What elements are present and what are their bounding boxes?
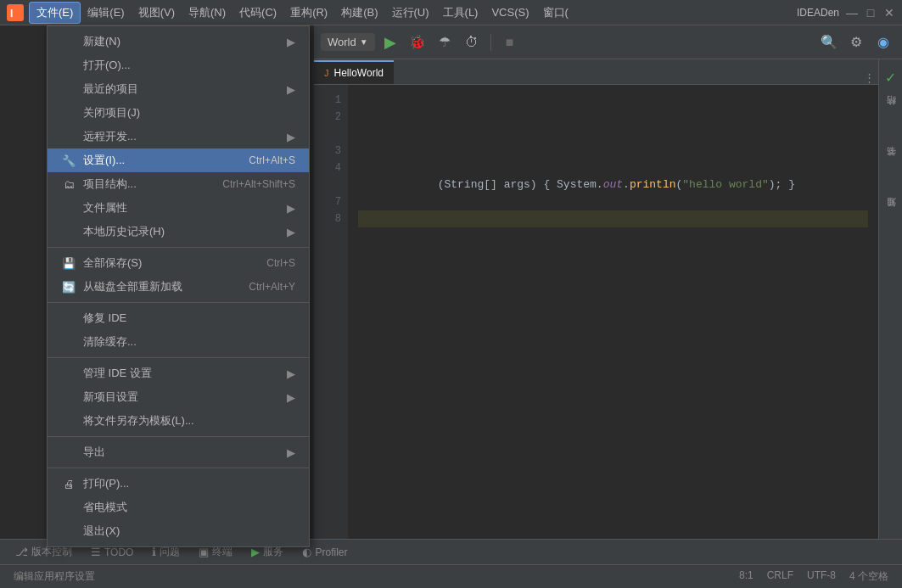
menu-new-project-settings[interactable]: 新项目设置 ▶: [48, 385, 309, 409]
settings-shortcut: Ctrl+Alt+S: [249, 154, 295, 166]
menu-exit[interactable]: 退出(X): [48, 519, 309, 543]
menu-view[interactable]: 视图(V): [132, 3, 182, 23]
check-mark-icon: ✓: [885, 70, 896, 86]
menu-save-as-template[interactable]: 将文件另存为模板(L)...: [48, 409, 309, 433]
menu-file-props[interactable]: 文件属性 ▶: [48, 196, 309, 220]
editor-tabs: J HelloWorld ⋮: [314, 59, 878, 85]
settings-icon: 🔧: [61, 154, 76, 167]
notifications-panel-toggle[interactable]: 通知: [881, 191, 901, 238]
menu-window[interactable]: 窗口(: [536, 3, 575, 23]
file-props-arrow: ▶: [287, 202, 295, 215]
menu-settings[interactable]: 🔧 设置(I)... Ctrl+Alt+S: [48, 148, 309, 172]
menu-tools[interactable]: 工具(L): [436, 3, 485, 23]
editor-more-icon[interactable]: ⋮: [864, 71, 875, 84]
menu-remote[interactable]: 远程开发... ▶: [48, 125, 309, 148]
menu-run[interactable]: 运行(U): [385, 3, 436, 23]
project-structure-shortcut: Ctrl+Alt+Shift+S: [222, 178, 295, 190]
profiler-tab-icon: ◐: [302, 546, 311, 558]
menu-new[interactable]: 新建(N) ▶: [48, 30, 309, 53]
editor-tab-actions: ⋮: [864, 71, 878, 84]
menu-close-project[interactable]: 关闭项目(J): [48, 101, 309, 125]
menu-code[interactable]: 代码(C): [233, 3, 283, 23]
status-encoding[interactable]: UTF-8: [800, 569, 843, 581]
separator-2: [48, 302, 309, 303]
new-arrow: ▶: [287, 36, 295, 48]
code-line-8: [358, 210, 868, 227]
toolbar-right: 🔍 ⚙ ◉: [817, 31, 895, 54]
stop-button[interactable]: ■: [498, 31, 522, 54]
status-bar-right: 8:1 CRLF UTF-8 4 个空格: [732, 569, 895, 584]
profiler-tab-label: Profiler: [315, 546, 347, 558]
export-arrow: ▶: [287, 446, 295, 459]
code-line-blank: [358, 126, 868, 143]
menu-export[interactable]: 导出 ▶: [48, 440, 309, 464]
menu-invalidate-caches[interactable]: 清除缓存...: [48, 330, 309, 354]
status-line-ending[interactable]: CRLF: [760, 569, 800, 581]
code-line-1: [358, 92, 868, 109]
code-editor[interactable]: (String[] args) { System.out.println("he…: [348, 85, 878, 539]
code-line-2: [358, 109, 868, 126]
run-config[interactable]: World ▼: [321, 33, 375, 51]
editor-container: J HelloWorld ⋮ 1 2 3 4 7 8 (String[] arg…: [314, 59, 878, 539]
remote-arrow: ▶: [287, 131, 295, 143]
todo-tab-icon: ☰: [91, 546, 101, 558]
search-button[interactable]: 🔍: [817, 31, 841, 54]
menu-local-history[interactable]: 本地历史记录(H) ▶: [48, 220, 309, 244]
bottom-text-label: 编辑应用程序设置: [14, 569, 95, 584]
menu-save-all[interactable]: 💾 全部保存(S) Ctrl+S: [48, 251, 309, 275]
run-config-name: World: [328, 36, 356, 48]
position-label: 8:1: [739, 569, 754, 581]
menu-print[interactable]: 🖨 打印(P)...: [48, 472, 309, 496]
minimize-button[interactable]: —: [846, 7, 858, 19]
encoding-label: UTF-8: [807, 569, 836, 581]
plugin-button[interactable]: ◉: [871, 31, 895, 54]
menu-reload[interactable]: 🔄 从磁盘全部重新加载 Ctrl+Alt+Y: [48, 275, 309, 299]
right-sidebar: ✓ 结构 书签 通知: [878, 59, 902, 539]
menu-vcs[interactable]: VCS(S): [485, 3, 535, 21]
file-dropdown-menu: 新建(N) ▶ 打开(O)... 最近的项目 ▶ 关闭项目(J) 远程开发...…: [47, 25, 310, 547]
menu-file[interactable]: 文件(E): [29, 2, 81, 24]
profile-button[interactable]: ⏱: [460, 31, 484, 54]
coverage-button[interactable]: ☂: [433, 31, 457, 54]
status-position[interactable]: 8:1: [732, 569, 760, 581]
app-name-label: IDEADen: [797, 7, 839, 19]
menu-recent[interactable]: 最近的项目 ▶: [48, 77, 309, 101]
vcs-tab-icon: ⎇: [15, 546, 28, 558]
bookmarks-panel-toggle[interactable]: 书签: [881, 140, 901, 188]
run-config-arrow: ▼: [360, 37, 368, 47]
menu-refactor[interactable]: 重构(R): [283, 3, 334, 23]
menu-power-save[interactable]: 省电模式: [48, 496, 309, 519]
menu-navigate[interactable]: 导航(N): [182, 3, 233, 23]
line-ending-label: CRLF: [767, 569, 793, 581]
maximize-button[interactable]: □: [865, 7, 877, 19]
toolbar-sep: [490, 34, 491, 51]
status-indent[interactable]: 4 个空格: [843, 569, 895, 584]
save-all-shortcut: Ctrl+S: [266, 257, 295, 269]
close-button[interactable]: ✕: [883, 7, 895, 19]
menu-project-structure[interactable]: 🗂 项目结构... Ctrl+Alt+Shift+S: [48, 172, 309, 196]
project-structure-icon: 🗂: [61, 178, 76, 191]
editor-tab-helloworld[interactable]: J HelloWorld: [314, 60, 394, 84]
indent-label: 4 个空格: [849, 569, 888, 584]
menu-repair-ide[interactable]: 修复 IDE: [48, 306, 309, 330]
separator-5: [48, 468, 309, 468]
menu-edit[interactable]: 编辑(E): [81, 3, 131, 23]
separator-3: [48, 357, 309, 358]
todo-tab-label: TODO: [104, 546, 133, 558]
problems-tab-icon: ℹ: [152, 546, 156, 558]
status-bottom-text: 编辑应用程序设置: [7, 565, 102, 588]
tab-icon: J: [324, 68, 329, 78]
menu-manage-ide[interactable]: 管理 IDE 设置 ▶: [48, 361, 309, 385]
editor-content[interactable]: 1 2 3 4 7 8 (String[] args) { System.out…: [314, 85, 878, 539]
settings-toolbar-button[interactable]: ⚙: [844, 31, 868, 54]
menu-open[interactable]: 打开(O)...: [48, 53, 309, 77]
services-tab-icon: ▶: [251, 546, 260, 558]
debug-button[interactable]: 🐞: [406, 31, 429, 54]
reload-shortcut: Ctrl+Alt+Y: [249, 281, 295, 293]
run-button[interactable]: ▶: [378, 31, 402, 54]
structure-panel-toggle[interactable]: 结构: [881, 89, 901, 137]
new-project-settings-arrow: ▶: [287, 391, 295, 404]
status-bar: 编辑应用程序设置 8:1 CRLF UTF-8 4 个空格: [0, 564, 902, 588]
code-line-7: [358, 193, 868, 210]
menu-build[interactable]: 构建(B): [334, 3, 384, 23]
